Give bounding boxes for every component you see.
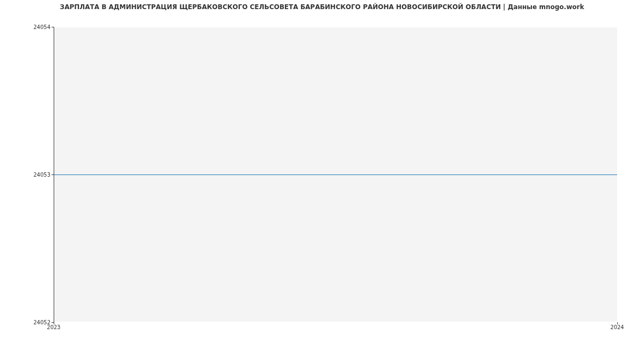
data-line — [54, 174, 617, 175]
x-tick-label: 2023 — [47, 324, 60, 330]
x-tick-mark — [54, 322, 54, 324]
x-tick-mark — [617, 322, 618, 324]
x-tick-label: 2024 — [610, 324, 624, 330]
y-tick-label: 24053 — [2, 172, 50, 178]
chart-title: ЗАРПЛАТА В АДМИНИСТРАЦИЯ ЩЕРБАКОВСКОГО С… — [0, 3, 644, 11]
salary-line-chart: ЗАРПЛАТА В АДМИНИСТРАЦИЯ ЩЕРБАКОВСКОГО С… — [0, 0, 644, 349]
gridline — [54, 27, 617, 27]
y-tick-label: 24054 — [2, 24, 50, 30]
gridline — [54, 322, 617, 322]
plot-area — [54, 27, 617, 322]
y-tick-label: 24052 — [2, 319, 50, 325]
